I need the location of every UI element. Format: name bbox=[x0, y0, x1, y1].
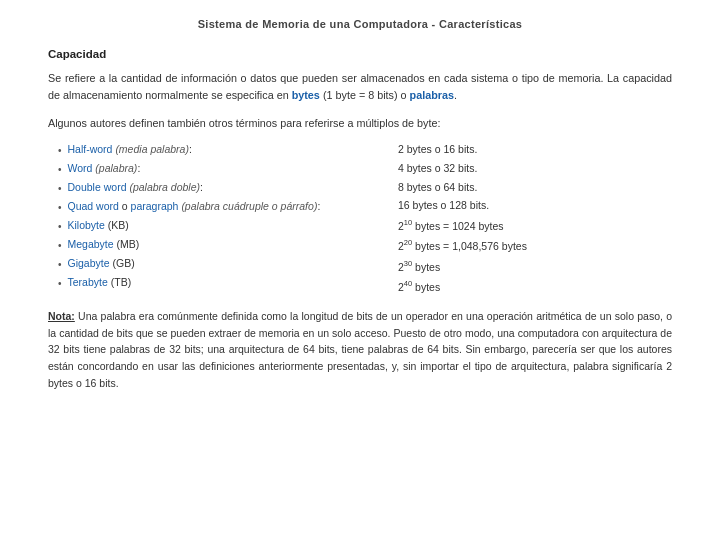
term-paragraph: paragraph bbox=[131, 200, 179, 212]
bullet-icon: • bbox=[58, 219, 62, 234]
connector: o bbox=[122, 200, 131, 212]
page-container: Sistema de Memoria de una Computadora - … bbox=[0, 0, 720, 540]
intro-text-after: . bbox=[454, 89, 457, 101]
sub-intro-text: Algunos autores definen también otros té… bbox=[48, 115, 672, 132]
value-kilobyte: 210 bytes = 1024 bytes bbox=[398, 217, 527, 234]
item-label: Half-word (media palabra): bbox=[68, 142, 192, 158]
paren-doubleword: (palabra doble) bbox=[129, 181, 200, 193]
paren-halfword: (media palabra) bbox=[115, 143, 189, 155]
list-item: • Megabyte (MB) bbox=[58, 237, 368, 253]
value-quadword: 16 bytes o 128 bits. bbox=[398, 198, 527, 214]
bullet-icon: • bbox=[58, 181, 62, 196]
paren-kilobyte: (KB) bbox=[108, 219, 129, 231]
item-label: Double word (palabra doble): bbox=[68, 180, 203, 196]
paren-word: (palabra) bbox=[95, 162, 137, 174]
term-quadword: Quad word bbox=[68, 200, 119, 212]
colon: : bbox=[200, 181, 203, 193]
term-kilobyte: Kilobyte bbox=[68, 219, 105, 231]
value-doubleword: 8 bytes o 64 bits. bbox=[398, 180, 527, 196]
item-label: Kilobyte (KB) bbox=[68, 218, 129, 234]
value-halfword: 2 bytes o 16 bits. bbox=[398, 142, 527, 158]
nota-body: Una palabra era comúnmente definida como… bbox=[48, 310, 672, 388]
paren-megabyte: (MB) bbox=[117, 238, 140, 250]
paren-terabyte: (TB) bbox=[111, 276, 131, 288]
list-item: • Word (palabra): bbox=[58, 161, 368, 177]
list-item: • Double word (palabra doble): bbox=[58, 180, 368, 196]
list-item: • Half-word (media palabra): bbox=[58, 142, 368, 158]
term-gigabyte: Gigabyte bbox=[68, 257, 110, 269]
nota-paragraph: Nota: Una palabra era comúnmente definid… bbox=[48, 308, 672, 391]
bullet-icon: • bbox=[58, 143, 62, 158]
value-megabyte: 220 bytes = 1,048,576 bytes bbox=[398, 237, 527, 254]
colon: : bbox=[137, 162, 140, 174]
bullet-icon: • bbox=[58, 162, 62, 177]
items-right-column: 2 bytes o 16 bits. 4 bytes o 32 bits. 8 … bbox=[398, 142, 527, 295]
page-title: Sistema de Memoria de una Computadora - … bbox=[48, 18, 672, 30]
intro-text-mid: (1 byte = 8 bits) o bbox=[320, 89, 410, 101]
item-label: Word (palabra): bbox=[68, 161, 141, 177]
items-left-column: • Half-word (media palabra): • Word (pal… bbox=[58, 142, 368, 295]
highlight-palabras: palabras bbox=[410, 89, 454, 101]
item-label: Quad word o paragraph (palabra cuádruple… bbox=[68, 199, 321, 215]
term-halfword: Half-word bbox=[68, 143, 113, 155]
value-gigabyte: 230 bytes bbox=[398, 258, 527, 275]
colon: : bbox=[317, 200, 320, 212]
term-terabyte: Terabyte bbox=[68, 276, 108, 288]
highlight-bytes: bytes bbox=[292, 89, 320, 101]
colon: : bbox=[189, 143, 192, 155]
section-heading: Capacidad bbox=[48, 48, 672, 60]
item-label: Gigabyte (GB) bbox=[68, 256, 135, 272]
bullet-icon: • bbox=[58, 238, 62, 253]
list-item: • Kilobyte (KB) bbox=[58, 218, 368, 234]
bullet-icon: • bbox=[58, 257, 62, 272]
item-label: Terabyte (TB) bbox=[68, 275, 132, 291]
bullet-icon: • bbox=[58, 200, 62, 215]
term-word: Word bbox=[68, 162, 93, 174]
value-terabyte: 240 bytes bbox=[398, 278, 527, 295]
term-doubleword: Double word bbox=[68, 181, 127, 193]
list-item: • Quad word o paragraph (palabra cuádrup… bbox=[58, 199, 368, 215]
item-label: Megabyte (MB) bbox=[68, 237, 140, 253]
paren-gigabyte: (GB) bbox=[112, 257, 134, 269]
list-item: • Terabyte (TB) bbox=[58, 275, 368, 291]
value-word: 4 bytes o 32 bits. bbox=[398, 161, 527, 177]
bullet-icon: • bbox=[58, 276, 62, 291]
nota-label: Nota: bbox=[48, 310, 75, 322]
term-megabyte: Megabyte bbox=[68, 238, 114, 250]
items-table: • Half-word (media palabra): • Word (pal… bbox=[58, 142, 672, 295]
list-item: • Gigabyte (GB) bbox=[58, 256, 368, 272]
paren-quadword: (palabra cuádruple o párrafo) bbox=[181, 200, 317, 212]
intro-paragraph: Se refiere a la cantidad de información … bbox=[48, 70, 672, 103]
